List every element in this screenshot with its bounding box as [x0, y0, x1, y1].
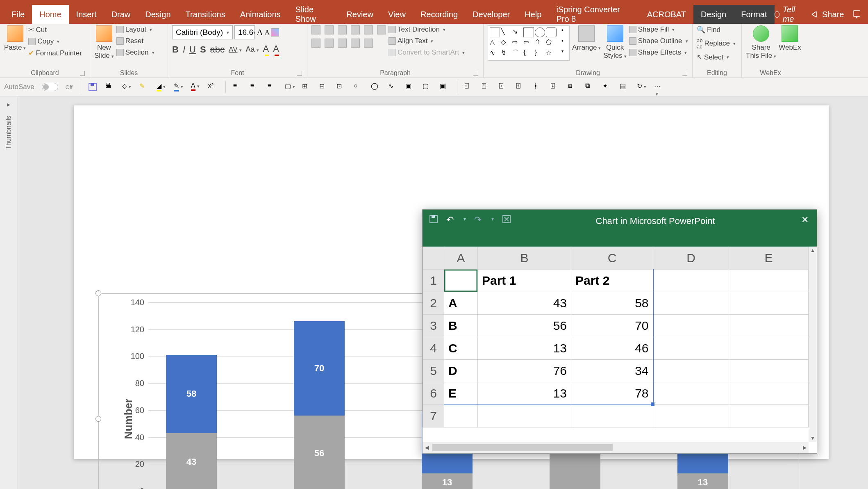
tab-review[interactable]: Review	[339, 5, 381, 24]
row-header-5[interactable]: 5	[423, 360, 444, 382]
tab-slide-show[interactable]: Slide Show	[288, 5, 339, 24]
cell-a1[interactable]	[444, 270, 478, 292]
copy-button[interactable]: Copy	[28, 37, 59, 46]
tab-view[interactable]: View	[381, 5, 413, 24]
spreadsheet-grid[interactable]: A B C D E 1 Part 1 Part 2 2 A 4	[423, 247, 809, 442]
cut-button[interactable]: ✂Cut	[28, 25, 46, 34]
data-window-close-button[interactable]: ✕	[800, 215, 810, 225]
shape-outline-button[interactable]: Shape Outline	[629, 37, 688, 45]
tab-animations[interactable]: Animations	[233, 5, 288, 24]
bold-button[interactable]: B	[172, 44, 179, 55]
tab-draw[interactable]: Draw	[104, 5, 138, 24]
cell-a5[interactable]: D	[444, 360, 478, 382]
bullets-icon[interactable]	[311, 25, 320, 34]
cell-c2[interactable]: 58	[571, 292, 653, 315]
dw-horizontal-scrollbar[interactable]: ◀ ▶	[423, 442, 809, 453]
cell-e5[interactable]	[729, 360, 809, 382]
shapes-scroll-down-icon[interactable]: ▾	[557, 38, 568, 48]
curve-qat-icon[interactable]: ∿	[388, 82, 398, 92]
cell-b2[interactable]: 43	[478, 292, 571, 315]
bar-B-part1[interactable]: 56	[294, 416, 345, 489]
cell-e3[interactable]	[729, 315, 809, 337]
bar-C-part1[interactable]: 13	[422, 473, 473, 489]
tab-home[interactable]: Home	[32, 5, 68, 24]
font-name-combo[interactable]: Calibri (Body)▾	[172, 25, 233, 39]
tab-insert[interactable]: Insert	[69, 5, 104, 24]
font-color-button[interactable]: A	[273, 43, 279, 55]
cell-d6[interactable]	[653, 382, 729, 405]
cell-e4[interactable]	[729, 337, 809, 360]
cell-c6[interactable]: 78	[571, 382, 653, 405]
font-size-combo[interactable]: 16.6▾	[234, 25, 255, 39]
convert-smartart-button[interactable]: Convert to SmartArt	[389, 48, 465, 57]
col-header-a[interactable]: A	[444, 247, 478, 270]
paste-button[interactable]: Paste	[4, 25, 26, 52]
quick-styles-button[interactable]: Quick Styles	[603, 25, 626, 60]
dw-undo-icon[interactable]: ↶	[446, 215, 455, 224]
cell-c5[interactable]: 34	[571, 360, 653, 382]
row-header-7[interactable]: 7	[423, 405, 444, 427]
cell-e1[interactable]	[729, 270, 809, 292]
cell-e7[interactable]	[729, 405, 809, 427]
clipboard-dialog-launcher[interactable]	[80, 71, 85, 76]
dw-scroll-down-icon[interactable]: ▼	[809, 434, 817, 442]
arrange-button[interactable]: Arrange	[572, 25, 601, 52]
tab-design[interactable]: Design	[138, 5, 178, 24]
regroup-qat-icon[interactable]: ⊡	[336, 82, 346, 92]
change-case-button[interactable]: Aa	[246, 45, 259, 54]
cell-b5[interactable]: 76	[478, 360, 571, 382]
grow-font-button[interactable]: A	[257, 27, 263, 38]
cell-a3[interactable]: B	[444, 315, 478, 337]
text-direction-button[interactable]: Text Direction	[389, 25, 445, 34]
align-objects-middle-icon[interactable]: ⍿	[534, 82, 543, 92]
cell-c7[interactable]	[571, 405, 653, 427]
increase-indent-icon[interactable]	[364, 25, 373, 34]
distribute-h-icon[interactable]: ⧈	[568, 82, 578, 92]
align-left-qat-icon[interactable]: ≡	[233, 82, 243, 92]
row-header-1[interactable]: 1	[423, 270, 444, 292]
col-header-c[interactable]: C	[571, 247, 653, 270]
layout-button[interactable]: Layout	[116, 25, 152, 34]
rotate-qat-icon[interactable]: ↻	[637, 82, 647, 92]
tab-ispring[interactable]: iSpring Converter Pro 8	[549, 5, 639, 24]
oval2-qat-icon[interactable]: ◯	[371, 82, 381, 92]
align-right-icon[interactable]	[338, 39, 347, 48]
align-left-icon[interactable]	[311, 39, 320, 48]
shapes-gallery[interactable]: ╲ ↘ ▴ △ ◇ ⇨ ⇦ ⇧ ⬠ ▾ ∿ ↯ ⌒ { } ☆ ▾	[488, 25, 570, 61]
webex-button[interactable]: WebEx	[779, 25, 801, 52]
slide-master-qat-icon[interactable]: ▤	[620, 82, 629, 92]
new-slide-button[interactable]: New Slide	[94, 25, 114, 60]
columns-icon[interactable]	[364, 39, 373, 48]
shape-effects-button[interactable]: Shape Effects	[629, 48, 687, 57]
select-button[interactable]: ↖Select	[697, 53, 729, 62]
tab-acrobat[interactable]: ACROBAT	[640, 5, 693, 24]
dw-scroll-up-icon[interactable]: ▲	[809, 247, 817, 254]
cell-d5[interactable]	[653, 360, 729, 382]
font-color-qat-icon[interactable]: A	[191, 82, 201, 92]
tell-me-search[interactable]: Tell me	[775, 5, 802, 24]
dw-save-icon[interactable]	[429, 215, 438, 224]
char-spacing-button[interactable]: AV	[229, 46, 241, 54]
highlight-button[interactable]: A	[263, 43, 269, 55]
distribute-v-icon[interactable]: ⧉	[585, 82, 595, 92]
tab-chart-design[interactable]: Design	[693, 5, 734, 24]
cell-a7[interactable]	[444, 405, 478, 427]
cell-d2[interactable]	[653, 292, 729, 315]
dw-vertical-scrollbar[interactable]: ▲ ▼	[809, 247, 817, 442]
tab-transitions[interactable]: Transitions	[178, 5, 233, 24]
shrink-font-button[interactable]: A	[265, 29, 270, 36]
cell-a2[interactable]: A	[444, 292, 478, 315]
col-header-d[interactable]: D	[653, 247, 729, 270]
bring-forward-qat-icon[interactable]: ▣	[405, 82, 415, 92]
replace-button[interactable]: abacReplace	[697, 37, 736, 50]
cell-b3[interactable]: 56	[478, 315, 571, 337]
print-icon[interactable]: 🖶	[105, 82, 115, 92]
fill-qat-icon[interactable]: ◢	[157, 82, 166, 92]
shapes-qat-icon[interactable]: ◇	[122, 82, 132, 92]
cell-b4[interactable]: 13	[478, 337, 571, 360]
save-icon[interactable]	[88, 82, 98, 92]
cell-b1[interactable]: Part 1	[478, 270, 571, 292]
align-objects-left-icon[interactable]: ⍇	[465, 82, 475, 92]
resize-handle-ml[interactable]	[95, 416, 101, 422]
shape-fill-button[interactable]: Shape Fill	[629, 25, 675, 34]
